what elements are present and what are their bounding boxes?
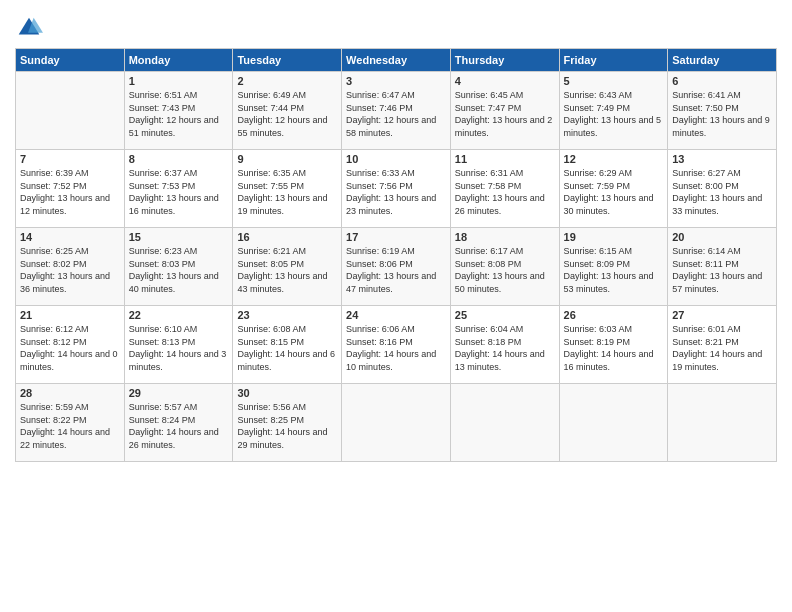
day-cell [342,384,451,462]
day-number: 27 [672,309,772,321]
day-cell: 8 Sunrise: 6:37 AMSunset: 7:53 PMDayligh… [124,150,233,228]
day-info: Sunrise: 6:10 AMSunset: 8:13 PMDaylight:… [129,323,229,373]
day-number: 2 [237,75,337,87]
day-cell: 14 Sunrise: 6:25 AMSunset: 8:02 PMDaylig… [16,228,125,306]
day-number: 24 [346,309,446,321]
week-row-2: 7 Sunrise: 6:39 AMSunset: 7:52 PMDayligh… [16,150,777,228]
week-row-3: 14 Sunrise: 6:25 AMSunset: 8:02 PMDaylig… [16,228,777,306]
day-info: Sunrise: 6:47 AMSunset: 7:46 PMDaylight:… [346,89,446,139]
day-cell: 28 Sunrise: 5:59 AMSunset: 8:22 PMDaylig… [16,384,125,462]
col-header-monday: Monday [124,49,233,72]
day-info: Sunrise: 6:37 AMSunset: 7:53 PMDaylight:… [129,167,229,217]
day-info: Sunrise: 6:41 AMSunset: 7:50 PMDaylight:… [672,89,772,139]
header [15,10,777,42]
day-info: Sunrise: 6:21 AMSunset: 8:05 PMDaylight:… [237,245,337,295]
day-info: Sunrise: 6:04 AMSunset: 8:18 PMDaylight:… [455,323,555,373]
day-number: 6 [672,75,772,87]
day-cell: 27 Sunrise: 6:01 AMSunset: 8:21 PMDaylig… [668,306,777,384]
day-info: Sunrise: 6:14 AMSunset: 8:11 PMDaylight:… [672,245,772,295]
day-cell: 24 Sunrise: 6:06 AMSunset: 8:16 PMDaylig… [342,306,451,384]
day-number: 16 [237,231,337,243]
day-cell: 26 Sunrise: 6:03 AMSunset: 8:19 PMDaylig… [559,306,668,384]
day-info: Sunrise: 6:23 AMSunset: 8:03 PMDaylight:… [129,245,229,295]
day-number: 14 [20,231,120,243]
col-header-sunday: Sunday [16,49,125,72]
day-number: 28 [20,387,120,399]
day-number: 20 [672,231,772,243]
logo-icon [15,14,43,42]
day-number: 4 [455,75,555,87]
day-cell [559,384,668,462]
day-number: 10 [346,153,446,165]
day-cell: 30 Sunrise: 5:56 AMSunset: 8:25 PMDaylig… [233,384,342,462]
day-info: Sunrise: 6:45 AMSunset: 7:47 PMDaylight:… [455,89,555,139]
day-info: Sunrise: 6:15 AMSunset: 8:09 PMDaylight:… [564,245,664,295]
day-info: Sunrise: 6:27 AMSunset: 8:00 PMDaylight:… [672,167,772,217]
day-cell: 9 Sunrise: 6:35 AMSunset: 7:55 PMDayligh… [233,150,342,228]
day-cell [668,384,777,462]
day-info: Sunrise: 6:29 AMSunset: 7:59 PMDaylight:… [564,167,664,217]
day-cell: 25 Sunrise: 6:04 AMSunset: 8:18 PMDaylig… [450,306,559,384]
day-number: 19 [564,231,664,243]
day-cell: 22 Sunrise: 6:10 AMSunset: 8:13 PMDaylig… [124,306,233,384]
col-header-tuesday: Tuesday [233,49,342,72]
day-cell: 23 Sunrise: 6:08 AMSunset: 8:15 PMDaylig… [233,306,342,384]
day-cell: 11 Sunrise: 6:31 AMSunset: 7:58 PMDaylig… [450,150,559,228]
day-cell: 5 Sunrise: 6:43 AMSunset: 7:49 PMDayligh… [559,72,668,150]
logo [15,14,47,42]
day-cell: 13 Sunrise: 6:27 AMSunset: 8:00 PMDaylig… [668,150,777,228]
day-info: Sunrise: 5:59 AMSunset: 8:22 PMDaylight:… [20,401,120,451]
day-cell: 20 Sunrise: 6:14 AMSunset: 8:11 PMDaylig… [668,228,777,306]
day-cell [16,72,125,150]
day-number: 8 [129,153,229,165]
day-cell: 10 Sunrise: 6:33 AMSunset: 7:56 PMDaylig… [342,150,451,228]
day-number: 17 [346,231,446,243]
header-row: SundayMondayTuesdayWednesdayThursdayFrid… [16,49,777,72]
day-number: 25 [455,309,555,321]
day-cell: 29 Sunrise: 5:57 AMSunset: 8:24 PMDaylig… [124,384,233,462]
col-header-wednesday: Wednesday [342,49,451,72]
day-info: Sunrise: 6:49 AMSunset: 7:44 PMDaylight:… [237,89,337,139]
day-number: 21 [20,309,120,321]
calendar-table: SundayMondayTuesdayWednesdayThursdayFrid… [15,48,777,462]
day-cell: 16 Sunrise: 6:21 AMSunset: 8:05 PMDaylig… [233,228,342,306]
day-number: 13 [672,153,772,165]
day-number: 5 [564,75,664,87]
day-info: Sunrise: 6:01 AMSunset: 8:21 PMDaylight:… [672,323,772,373]
day-number: 29 [129,387,229,399]
day-number: 7 [20,153,120,165]
week-row-5: 28 Sunrise: 5:59 AMSunset: 8:22 PMDaylig… [16,384,777,462]
day-cell: 12 Sunrise: 6:29 AMSunset: 7:59 PMDaylig… [559,150,668,228]
day-info: Sunrise: 6:12 AMSunset: 8:12 PMDaylight:… [20,323,120,373]
day-cell: 19 Sunrise: 6:15 AMSunset: 8:09 PMDaylig… [559,228,668,306]
day-number: 1 [129,75,229,87]
day-cell: 4 Sunrise: 6:45 AMSunset: 7:47 PMDayligh… [450,72,559,150]
day-number: 30 [237,387,337,399]
day-number: 3 [346,75,446,87]
day-info: Sunrise: 6:25 AMSunset: 8:02 PMDaylight:… [20,245,120,295]
day-number: 12 [564,153,664,165]
day-info: Sunrise: 6:39 AMSunset: 7:52 PMDaylight:… [20,167,120,217]
day-info: Sunrise: 6:03 AMSunset: 8:19 PMDaylight:… [564,323,664,373]
day-number: 9 [237,153,337,165]
day-info: Sunrise: 6:17 AMSunset: 8:08 PMDaylight:… [455,245,555,295]
col-header-saturday: Saturday [668,49,777,72]
day-number: 26 [564,309,664,321]
day-number: 22 [129,309,229,321]
main-container: SundayMondayTuesdayWednesdayThursdayFrid… [0,0,792,472]
day-cell: 3 Sunrise: 6:47 AMSunset: 7:46 PMDayligh… [342,72,451,150]
day-info: Sunrise: 6:33 AMSunset: 7:56 PMDaylight:… [346,167,446,217]
day-number: 23 [237,309,337,321]
day-info: Sunrise: 6:08 AMSunset: 8:15 PMDaylight:… [237,323,337,373]
week-row-4: 21 Sunrise: 6:12 AMSunset: 8:12 PMDaylig… [16,306,777,384]
day-info: Sunrise: 6:06 AMSunset: 8:16 PMDaylight:… [346,323,446,373]
day-info: Sunrise: 6:19 AMSunset: 8:06 PMDaylight:… [346,245,446,295]
day-number: 15 [129,231,229,243]
day-cell: 18 Sunrise: 6:17 AMSunset: 8:08 PMDaylig… [450,228,559,306]
day-cell [450,384,559,462]
day-cell: 1 Sunrise: 6:51 AMSunset: 7:43 PMDayligh… [124,72,233,150]
col-header-friday: Friday [559,49,668,72]
day-info: Sunrise: 5:56 AMSunset: 8:25 PMDaylight:… [237,401,337,451]
day-cell: 2 Sunrise: 6:49 AMSunset: 7:44 PMDayligh… [233,72,342,150]
day-info: Sunrise: 6:35 AMSunset: 7:55 PMDaylight:… [237,167,337,217]
